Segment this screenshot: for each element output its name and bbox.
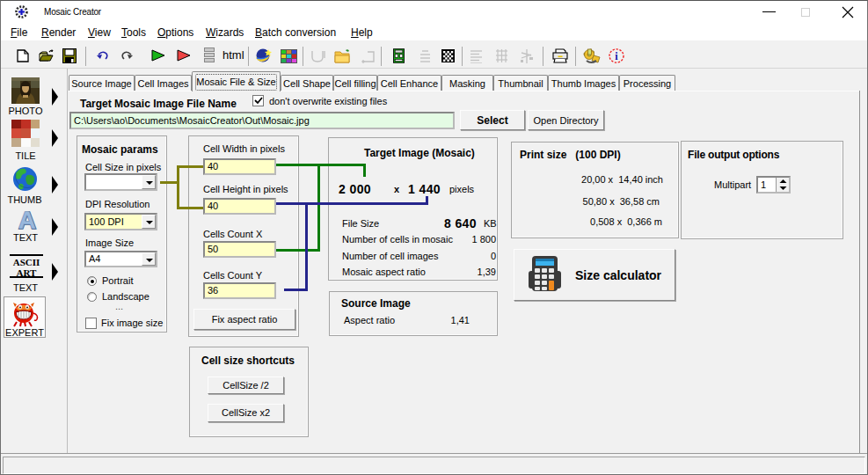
svg-text:i: i (615, 50, 618, 62)
svg-text:A: A (18, 209, 35, 230)
